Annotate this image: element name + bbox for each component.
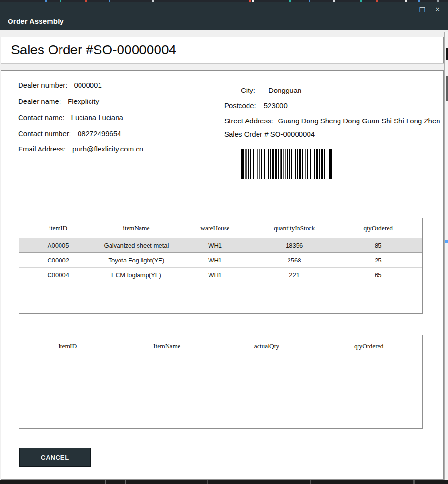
stock-cell[interactable]: 85	[334, 242, 422, 249]
dealer-name-row: Dealer name: Flexplicity	[18, 97, 99, 105]
contact-number-row: Contact number: 08272499654	[18, 130, 121, 138]
city-row: City: Dongguan	[241, 86, 301, 94]
assembly-header-itemname[interactable]: ItemName	[116, 343, 218, 350]
stock-cell[interactable]: WH1	[176, 257, 255, 264]
email-address-label: Email Address:	[18, 145, 66, 153]
stock-cell[interactable]: WH1	[176, 242, 255, 249]
window-controls: – □ ×	[401, 4, 443, 14]
dealer-number-row: Dealer number: 0000001	[18, 81, 102, 89]
assembly-table: ItemID ItemName actualQty qtyOrdered	[19, 335, 423, 429]
barcode-image	[241, 149, 337, 179]
stock-table-header-row: itemID itemName wareHouse quantityInStoc…	[19, 218, 422, 238]
stock-cell[interactable]: ECM foglamp(YE)	[97, 272, 175, 279]
stock-table-row[interactable]: C00002 Toyota Fog light(YE) WH1 2568 25	[19, 253, 422, 268]
assembly-table-header-row: ItemID ItemName actualQty qtyOrdered	[19, 335, 422, 357]
city-label: City:	[241, 86, 255, 94]
stock-header-itemname[interactable]: itemName	[97, 224, 175, 232]
vertical-scrollbar[interactable]	[444, 32, 448, 480]
stock-cell[interactable]: C00002	[19, 257, 97, 264]
dealer-name-value: Flexplicity	[68, 97, 99, 105]
stock-header-warehouse[interactable]: wareHouse	[176, 224, 255, 232]
stock-cell[interactable]: C00004	[19, 272, 97, 279]
stock-table-row[interactable]: A00005 Galvanized sheet metal WH1 18356 …	[19, 238, 422, 253]
contact-number-value: 08272499654	[78, 130, 121, 138]
stock-cell[interactable]: 65	[334, 272, 422, 279]
window-title: Order Assembly	[8, 17, 64, 25]
stock-cell[interactable]: Galvanized sheet metal	[97, 242, 175, 249]
stock-header-itemid[interactable]: itemID	[19, 224, 97, 232]
assembly-header-actualqty[interactable]: actualQty	[218, 343, 316, 350]
window-titlebar[interactable]: Order Assembly – □ ×	[0, 2, 448, 30]
stock-table: itemID itemName wareHouse quantityInStoc…	[19, 218, 423, 314]
postcode-value: 523000	[264, 101, 288, 110]
stock-cell[interactable]: 221	[255, 272, 334, 279]
email-address-row: Email Address: purh@flexlicity.com.cn	[18, 145, 143, 153]
dealer-name-label: Dealer name:	[18, 97, 61, 105]
street-address-value: Guang Dong Sheng Dong Guan Shi Shi Long …	[278, 117, 440, 125]
stock-cell[interactable]: Toyota Fog light(YE)	[97, 257, 175, 264]
scrollbar-thumb[interactable]	[446, 76, 448, 101]
assembly-header-itemid[interactable]: ItemID	[19, 343, 116, 350]
contact-name-value: Luciana Luciana	[71, 113, 123, 121]
stock-header-qtyordered[interactable]: qtyOrdered	[334, 224, 422, 232]
main-panel: Dealer number: 0000001 Dealer name: Flex…	[1, 70, 444, 480]
contact-number-label: Contact number:	[18, 130, 71, 138]
scrollbar-top-segment	[446, 48, 448, 60]
street-address-label: Street Address:	[224, 117, 273, 125]
stock-cell[interactable]: A00005	[19, 242, 97, 249]
stock-table-row[interactable]: C00004 ECM foglamp(YE) WH1 221 65	[19, 268, 422, 282]
page-header: Sales Order #SO-00000004	[1, 37, 444, 63]
page-title: Sales Order #SO-00000004	[1, 37, 443, 63]
street-address-row: Street Address: Guang Dong Sheng Dong Gu…	[224, 117, 443, 125]
sales-order-number-text: Sales Order # SO-00000004	[224, 130, 315, 138]
maximize-button[interactable]: □	[417, 4, 428, 14]
dealer-number-value: 0000001	[74, 81, 101, 89]
cancel-button[interactable]: CANCEL	[19, 448, 91, 467]
background-taskbar-sliver	[0, 480, 448, 484]
stock-cell[interactable]: 25	[334, 257, 422, 264]
stock-cell[interactable]: WH1	[176, 272, 255, 279]
postcode-label: Postcode:	[224, 101, 256, 110]
email-address-value: purh@flexlicity.com.cn	[72, 145, 143, 153]
assembly-header-qtyordered[interactable]: qtyOrdered	[316, 343, 422, 350]
stock-cell[interactable]: 2568	[255, 257, 334, 264]
sales-order-number-line: Sales Order # SO-00000004	[224, 130, 315, 138]
stock-cell[interactable]: 18356	[255, 242, 334, 249]
close-button[interactable]: ×	[432, 4, 443, 14]
contact-name-label: Contact name:	[18, 113, 65, 121]
contact-name-row: Contact name: Luciana Luciana	[18, 113, 123, 121]
stock-header-quantityinstock[interactable]: quantityInStock	[255, 224, 334, 232]
city-value: Dongguan	[269, 86, 301, 94]
postcode-row: Postcode: 523000	[224, 101, 288, 110]
scrollbar-marker	[445, 240, 448, 243]
dealer-number-label: Dealer number:	[18, 81, 67, 89]
minimize-button[interactable]: –	[401, 4, 413, 14]
